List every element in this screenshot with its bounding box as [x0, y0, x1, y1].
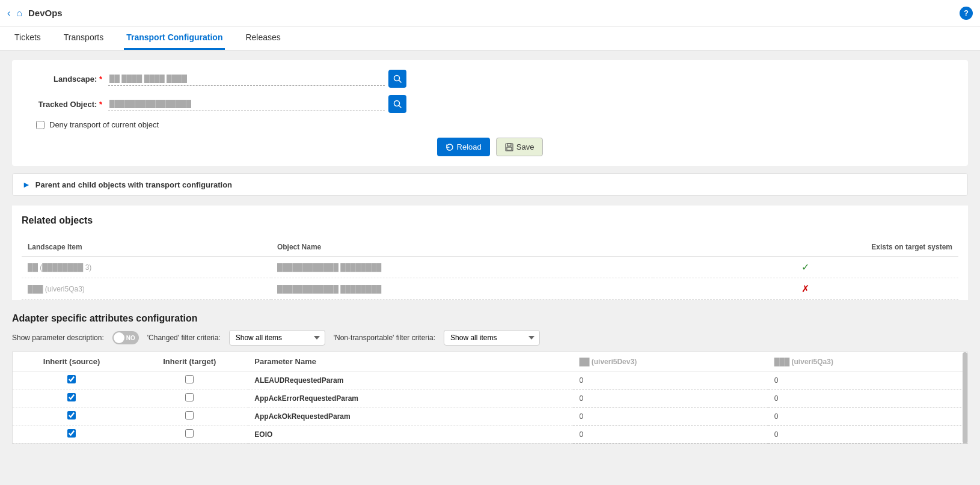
table-row: ██ (████████ 3) ████████████ ████████ ✓	[22, 257, 958, 278]
col-param-name: Parameter Name	[248, 352, 573, 371]
reload-button[interactable]: Reload	[437, 138, 490, 156]
save-icon	[505, 143, 513, 151]
inherit-target-cell	[130, 389, 248, 407]
exists-cell: ✓	[653, 257, 958, 278]
inherit-target-checkbox-2[interactable]	[185, 393, 194, 401]
col-landscape-item: Landscape Item	[22, 238, 271, 257]
col-qa3: ███ (uiveri5Qa3)	[768, 352, 967, 371]
inherit-target-checkbox-3[interactable]	[185, 411, 194, 419]
tab-transports[interactable]: Transports	[61, 26, 106, 50]
cross-icon: ✗	[801, 284, 809, 294]
svg-rect-5	[507, 144, 511, 146]
tracked-object-input-wrapper	[108, 97, 385, 111]
show-param-desc-label: Show parameter description:	[12, 334, 104, 342]
toggle-switch[interactable]: NO	[112, 331, 139, 344]
required-star: *	[99, 75, 102, 84]
search-icon-2	[393, 100, 402, 108]
inherit-source-cell	[13, 371, 130, 389]
val1-cell: 0	[573, 389, 768, 407]
deny-transport-row: Deny transport of current object	[24, 120, 956, 129]
chevron-right-icon: ►	[22, 180, 31, 189]
required-star-2: *	[99, 100, 102, 109]
inherit-source-cell	[13, 426, 130, 444]
main-content: Landscape: * Tracked Object: *	[0, 50, 980, 454]
non-transportable-label: 'Non-transportable' filter criteria:	[334, 334, 435, 342]
related-objects-section: Related objects Landscape Item Object Na…	[12, 206, 968, 300]
inherit-source-checkbox[interactable]	[67, 375, 76, 383]
val2-cell: 0	[768, 426, 967, 444]
val1-cell: 0	[573, 371, 768, 389]
home-icon[interactable]: ⌂	[16, 8, 22, 19]
table-row: ███ (uiveri5Qa3) ████████████ ████████ ✗	[22, 278, 958, 300]
landscape-item-cell: ███ (uiveri5Qa3)	[22, 278, 271, 300]
object-name-cell: ████████████ ████████	[271, 278, 653, 300]
collapsible-row[interactable]: ► Parent and child objects with transpor…	[12, 173, 968, 196]
inherit-target-checkbox-4[interactable]	[185, 429, 194, 438]
adapter-table-row: AppAckOkRequestedParam 0 0	[13, 407, 967, 426]
deny-transport-label: Deny transport of current object	[49, 120, 159, 129]
val2-cell: 0	[768, 371, 967, 389]
inherit-target-cell	[130, 426, 248, 444]
inherit-target-cell	[130, 371, 248, 389]
toggle-knob	[114, 332, 124, 343]
param-name-cell: AppAckOkRequestedParam	[248, 407, 573, 426]
exists-cell: ✗	[653, 278, 958, 300]
landscape-item-cell: ██ (████████ 3)	[22, 257, 271, 278]
back-button[interactable]: ‹	[7, 8, 10, 19]
scrollbar[interactable]	[963, 352, 967, 444]
inherit-source-cell	[13, 389, 130, 407]
col-object-name: Object Name	[271, 238, 653, 257]
adapter-title: Adapter specific attributes configuratio…	[12, 310, 968, 324]
related-objects-title: Related objects	[22, 215, 958, 226]
nav-tabs: Tickets Transports Transport Configurati…	[0, 26, 980, 50]
form-actions: Reload Save	[24, 138, 956, 156]
inherit-source-checkbox-3[interactable]	[67, 411, 76, 419]
non-transportable-select[interactable]: Show items Show all items	[444, 330, 540, 346]
tracked-object-input[interactable]	[108, 97, 385, 111]
tracked-object-label: Tracked Object: *	[24, 100, 108, 109]
collapsible-label: Parent and child objects with transport …	[35, 180, 232, 189]
tracked-object-row: Tracked Object: *	[24, 95, 956, 113]
landscape-input-wrapper	[108, 72, 385, 86]
top-bar: ‹ ⌂ DevOps ?	[0, 0, 980, 26]
inherit-source-checkbox-4[interactable]	[67, 429, 76, 438]
inherit-target-checkbox[interactable]	[185, 375, 194, 383]
landscape-row: Landscape: *	[24, 70, 956, 88]
tab-transport-config[interactable]: Transport Configuration	[124, 26, 225, 50]
form-section: Landscape: * Tracked Object: *	[12, 60, 968, 166]
val1-cell: 0	[573, 426, 768, 444]
inherit-source-checkbox-2[interactable]	[67, 393, 76, 401]
tracked-object-search-button[interactable]	[388, 95, 406, 113]
changed-filter-select[interactable]: Show items Show all items	[229, 330, 325, 346]
param-name-cell: ALEAUDRequestedParam	[248, 371, 573, 389]
svg-line-3	[399, 106, 402, 108]
tab-releases[interactable]: Releases	[243, 26, 283, 50]
col-inherit-target: Inherit (target)	[130, 352, 248, 371]
toggle-bg[interactable]: NO	[112, 331, 139, 344]
adapter-section: Adapter specific attributes configuratio…	[12, 310, 968, 444]
tab-tickets[interactable]: Tickets	[12, 26, 43, 50]
param-name-cell: EOIO	[248, 426, 573, 444]
filter-row: Show parameter description: NO 'Changed'…	[12, 330, 968, 346]
search-icon	[393, 75, 402, 83]
col-dev3: ██ (uiveri5Dev3)	[573, 352, 768, 371]
landscape-search-button[interactable]	[388, 70, 406, 88]
col-exists: Exists on target system	[653, 238, 958, 257]
inherit-target-cell	[130, 407, 248, 426]
deny-transport-checkbox[interactable]	[36, 121, 44, 129]
app-title: DevOps	[28, 8, 63, 18]
save-button[interactable]: Save	[496, 138, 544, 156]
related-objects-table: Landscape Item Object Name Exists on tar…	[22, 238, 958, 300]
changed-filter-label: 'Changed' filter criteria:	[147, 334, 221, 342]
svg-rect-6	[507, 147, 512, 150]
adapter-table-row: ALEAUDRequestedParam 0 0	[13, 371, 967, 389]
val2-cell: 0	[768, 407, 967, 426]
landscape-input[interactable]	[108, 72, 385, 86]
help-button[interactable]: ?	[960, 7, 973, 20]
adapter-table-wrapper: Inherit (source) Inherit (target) Parame…	[12, 352, 968, 444]
adapter-table: Inherit (source) Inherit (target) Parame…	[13, 352, 967, 444]
check-icon: ✓	[801, 262, 809, 272]
val1-cell: 0	[573, 407, 768, 426]
svg-line-1	[399, 81, 402, 83]
adapter-table-row: EOIO 0 0	[13, 426, 967, 444]
